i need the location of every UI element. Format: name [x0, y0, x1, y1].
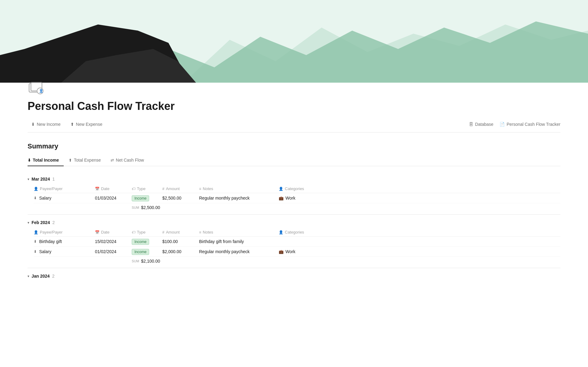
net-cash-flow-icon: ⇄ — [111, 158, 114, 163]
chevron-down-icon-feb: ▾ — [28, 221, 29, 224]
type-icon: 🏷 — [132, 187, 135, 191]
expense-icon: ⬆ — [70, 122, 74, 127]
svg-text:👤: 👤 — [39, 88, 43, 93]
row-notes-salary-mar: Regular monthly paycheck — [199, 196, 279, 200]
payee-icon: 👤 — [34, 187, 38, 191]
toolbar: ⬇ New Income ⬆ New Expense 🗄 Database 📄 … — [28, 120, 560, 133]
table-row[interactable]: ⬇ Salary 01/03/2024 Income $2,500.00 Reg… — [34, 193, 560, 203]
total-expense-icon: ⬆ — [69, 158, 72, 163]
row-date-birthday: 15/02/2024 — [95, 239, 132, 244]
briefcase-icon-feb: 💼 — [279, 249, 284, 254]
categories-icon-feb: 👤 — [279, 230, 283, 234]
group-mar2024-label: Mar 2024 — [32, 177, 50, 182]
page-icon-area: 👤 — [28, 81, 560, 96]
group-jan2024-count: 2 — [52, 274, 55, 279]
row-category-salary-mar: 💼 Work — [279, 196, 334, 200]
toolbar-right: 🗄 Database 📄 Personal Cash Flow Tracker — [469, 122, 560, 127]
group-mar2024-header[interactable]: ▾ Mar 2024 1 — [28, 174, 560, 185]
feb2024-sum-row: ЅUM $2,100.00 — [34, 257, 560, 265]
group-feb2024-header[interactable]: ▾ Feb 2024 2 — [28, 217, 560, 228]
row-amount-salary-mar: $2,500.00 — [162, 196, 199, 200]
row-type-salary-feb: Income — [132, 249, 162, 254]
mar2024-sum: $2,500.00 — [141, 205, 160, 210]
payee-icon-feb: 👤 — [34, 230, 38, 234]
table-row[interactable]: ⬇ Birthday gift 15/02/2024 Income $100.0… — [34, 237, 560, 247]
new-expense-label: New Expense — [76, 122, 102, 127]
group-feb2024: ▾ Feb 2024 2 👤 Payee/Payer 📅 Date 🏷 Type… — [28, 217, 560, 265]
header-payee: 👤 Payee/Payer — [34, 186, 95, 191]
feb2024-sum: $2,100.00 — [141, 259, 160, 264]
categories-icon: 👤 — [279, 187, 283, 191]
row-amount-salary-feb: $2,000.00 — [162, 249, 199, 254]
group-mar2024: ▾ Mar 2024 1 👤 Payee/Payer 📅 Date 🏷 Type… — [28, 174, 560, 212]
amount-hash-icon-feb: # — [162, 230, 164, 234]
header-date: 📅 Date — [95, 186, 132, 191]
divider-1 — [28, 214, 560, 215]
tab-total-income[interactable]: ⬇ Total Income — [28, 155, 64, 166]
briefcase-icon: 💼 — [279, 196, 284, 200]
new-income-button[interactable]: ⬇ New Income — [28, 120, 64, 129]
group-feb2024-label: Feb 2024 — [32, 220, 50, 225]
row-name-salary-feb: ⬇ Salary — [34, 249, 95, 254]
group-mar2024-count: 1 — [52, 177, 55, 182]
row-date-salary-feb: 01/02/2024 — [95, 249, 132, 254]
row-amount-birthday: $100.00 — [162, 239, 199, 244]
chevron-down-icon: ▾ — [28, 178, 29, 181]
row-income-icon-bday: ⬇ — [34, 239, 37, 244]
tracker-link[interactable]: 📄 Personal Cash Flow Tracker — [499, 122, 560, 127]
group-jan2024: ▾ Jan 2024 2 — [28, 271, 560, 282]
tracker-label: Personal Cash Flow Tracker — [507, 122, 560, 127]
header-amount: # Amount — [162, 186, 199, 191]
group-jan2024-label: Jan 2024 — [32, 274, 50, 279]
row-notes-salary-feb: Regular monthly paycheck — [199, 249, 279, 254]
notes-icon-feb: ≡ — [199, 230, 201, 234]
header-type: 🏷 Type — [132, 186, 162, 191]
row-type-salary-mar: Income — [132, 196, 162, 200]
header-notes: ≡ Notes — [199, 186, 279, 191]
feb2024-table-header: 👤 Payee/Payer 📅 Date 🏷 Type # Amount ≡ N… — [34, 228, 560, 237]
header-type-feb: 🏷 Type — [132, 230, 162, 234]
header-date-feb: 📅 Date — [95, 230, 132, 234]
income-icon: ⬇ — [31, 122, 35, 127]
row-category-salary-feb: 💼 Work — [279, 249, 334, 254]
new-expense-button[interactable]: ⬆ New Expense — [67, 120, 106, 129]
header-amount-feb: # Amount — [162, 230, 199, 234]
summary-title: Summary — [28, 142, 560, 150]
row-type-birthday: Income — [132, 239, 162, 244]
mar2024-table-header: 👤 Payee/Payer 📅 Date 🏷 Type # Amount ≡ N… — [34, 185, 560, 193]
database-link[interactable]: 🗄 Database — [469, 122, 493, 127]
notes-icon: ≡ — [199, 187, 201, 191]
tab-total-expense[interactable]: ⬆ Total Expense — [69, 155, 106, 166]
new-income-label: New Income — [37, 122, 61, 127]
divider-2 — [28, 268, 560, 268]
tab-net-cash-flow-label: Net Cash Flow — [116, 158, 144, 163]
date-icon-feb: 📅 — [95, 230, 100, 234]
doc-icon: 📄 — [499, 122, 505, 127]
table-row[interactable]: ⬇ Salary 01/02/2024 Income $2,000.00 Reg… — [34, 247, 560, 257]
tab-total-expense-label: Total Expense — [74, 158, 101, 163]
total-income-icon: ⬇ — [28, 158, 31, 163]
header-payee-feb: 👤 Payee/Payer — [34, 230, 95, 234]
tab-total-income-label: Total Income — [33, 158, 59, 163]
page-icon: 👤 — [28, 81, 46, 96]
page-title: Personal Cash Flow Tracker — [28, 100, 560, 113]
database-icon: 🗄 — [469, 122, 473, 127]
row-notes-birthday: Birthday gift from family — [199, 239, 279, 244]
hero-banner — [0, 0, 588, 83]
row-name-birthday: ⬇ Birthday gift — [34, 239, 95, 244]
mar2024-sum-row: ЅUM $2,500.00 — [34, 203, 560, 212]
group-jan2024-header[interactable]: ▾ Jan 2024 2 — [28, 271, 560, 282]
type-icon-feb: 🏷 — [132, 230, 135, 234]
database-label: Database — [475, 122, 493, 127]
summary-tabs: ⬇ Total Income ⬆ Total Expense ⇄ Net Cas… — [28, 155, 560, 166]
tab-net-cash-flow[interactable]: ⇄ Net Cash Flow — [111, 155, 149, 166]
row-income-icon-sal-feb: ⬇ — [34, 249, 37, 254]
amount-hash-icon: # — [162, 187, 164, 191]
header-notes-feb: ≡ Notes — [199, 230, 279, 234]
page-header: 👤 Personal Cash Flow Tracker ⬇ New Incom… — [0, 83, 588, 133]
row-name-salary-mar: ⬇ Salary — [34, 196, 95, 200]
chevron-down-icon-jan: ▾ — [28, 275, 29, 278]
date-icon: 📅 — [95, 187, 100, 191]
header-categories: 👤 Categories — [279, 186, 334, 191]
header-categories-feb: 👤 Categories — [279, 230, 334, 234]
